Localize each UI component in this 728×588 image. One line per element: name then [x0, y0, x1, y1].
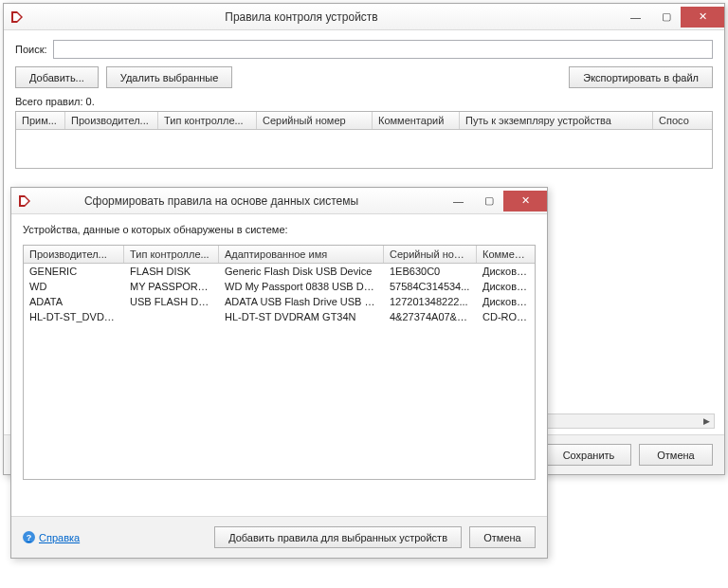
table-row[interactable]: ADATAUSB FLASH DRIVEADATA USB Flash Driv…	[24, 294, 535, 309]
table-cell: Дисковый на	[477, 264, 535, 279]
main-titlebar: Правила контроля устройств — ▢ ✕	[4, 4, 724, 30]
maximize-button[interactable]: ▢	[473, 191, 503, 211]
table-cell: 1EB630C0	[384, 264, 477, 279]
table-cell: WD My Passport 0838 USB Device	[219, 279, 384, 294]
help-label: Справка	[39, 532, 80, 543]
close-button[interactable]: ✕	[503, 191, 547, 211]
table-cell: Дисковый на	[477, 294, 535, 309]
table-cell: FLASH DISK	[124, 264, 219, 279]
cancel-button[interactable]: Отмена	[469, 526, 536, 548]
col-controller-type[interactable]: Тип контролле...	[124, 246, 219, 263]
col-comment[interactable]: Комментари	[477, 246, 535, 263]
search-label: Поиск:	[15, 44, 47, 55]
rules-table: Прим... Производител... Тип контролле...…	[15, 111, 713, 169]
main-body: Поиск: Добавить... Удалить выбранные Экс…	[4, 30, 724, 178]
export-to-file-button[interactable]: Экспортировать в файл	[569, 66, 713, 88]
main-window-controls: — ▢ ✕	[620, 7, 724, 28]
col-manufacturer[interactable]: Производител...	[65, 112, 158, 129]
sub-title: Сформировать правила на основе данных си…	[38, 194, 443, 208]
toolbar-row: Добавить... Удалить выбранные Экспортиро…	[15, 66, 713, 88]
minimize-button[interactable]: —	[443, 191, 473, 211]
table-cell: 4&27374A07&0...	[384, 309, 477, 324]
maximize-button[interactable]: ▢	[650, 7, 681, 28]
table-cell: ADATA USB Flash Drive USB De...	[219, 294, 384, 309]
sub-window-controls: — ▢ ✕	[443, 191, 547, 211]
col-comment[interactable]: Комментарий	[373, 112, 460, 129]
save-button[interactable]: Сохранить	[546, 444, 631, 466]
sub-titlebar: Сформировать правила на основе данных си…	[11, 188, 547, 214]
table-row[interactable]: GENERICFLASH DISKGeneric Flash Disk USB …	[24, 264, 535, 279]
col-applied[interactable]: Прим...	[16, 112, 65, 129]
table-cell: WD	[24, 279, 124, 294]
main-title: Правила контроля устройств	[30, 10, 620, 24]
add-button[interactable]: Добавить...	[15, 66, 99, 88]
app-icon	[17, 193, 32, 209]
table-cell: USB FLASH DRIVE	[124, 294, 219, 309]
add-rules-for-selected-button[interactable]: Добавить правила для выбранных устройств	[214, 526, 462, 548]
table-row[interactable]: HL-DT-ST_DVDR...HL-DT-ST DVDRAM GT34N4&2…	[24, 309, 535, 324]
devices-table: Производител... Тип контролле... Адаптир…	[23, 245, 536, 480]
search-input[interactable]	[53, 40, 713, 59]
sub-body: Устройства, данные о которых обнаружены …	[11, 214, 547, 489]
col-device-path[interactable]: Путь к экземпляру устройства	[460, 112, 653, 129]
devices-detected-label: Устройства, данные о которых обнаружены …	[23, 224, 536, 235]
col-method[interactable]: Спосо	[653, 112, 712, 129]
app-icon	[9, 9, 25, 25]
search-row: Поиск:	[15, 40, 713, 59]
rules-table-header: Прим... Производител... Тип контролле...…	[16, 112, 712, 130]
help-link[interactable]: ? Справка	[23, 531, 80, 543]
table-cell: CD-ROM дис	[477, 309, 535, 324]
rules-table-body[interactable]	[16, 130, 712, 168]
col-controller-type[interactable]: Тип контролле...	[158, 112, 257, 129]
devices-table-header: Производител... Тип контролле... Адаптир…	[24, 246, 535, 264]
generate-rules-window: Сформировать правила на основе данных си…	[10, 187, 548, 559]
table-cell: 57584C314534...	[384, 279, 477, 294]
close-button[interactable]: ✕	[681, 7, 724, 28]
table-cell: Дисковый на	[477, 279, 535, 294]
table-row[interactable]: WDMY PASSPORT ...WD My Passport 0838 USB…	[24, 279, 535, 294]
cancel-button[interactable]: Отмена	[639, 444, 713, 466]
table-cell: GENERIC	[24, 264, 124, 279]
total-rules-label: Всего правил: 0.	[15, 96, 713, 107]
col-serial[interactable]: Серийный номер	[384, 246, 477, 263]
minimize-button[interactable]: —	[620, 7, 650, 28]
scroll-right-icon[interactable]: ▶	[699, 414, 714, 428]
table-cell: Generic Flash Disk USB Device	[219, 264, 384, 279]
col-serial[interactable]: Серийный номер	[257, 112, 373, 129]
table-cell: 127201348222...	[384, 294, 477, 309]
sub-footer: ? Справка Добавить правила для выбранных…	[11, 516, 547, 558]
help-icon: ?	[23, 531, 35, 543]
table-cell	[124, 309, 219, 324]
delete-selected-button[interactable]: Удалить выбранные	[106, 66, 233, 88]
table-cell: MY PASSPORT ...	[124, 279, 219, 294]
col-manufacturer[interactable]: Производител...	[24, 246, 124, 263]
table-cell: HL-DT-ST_DVDR...	[24, 309, 124, 324]
table-cell: ADATA	[24, 294, 124, 309]
devices-table-body[interactable]: GENERICFLASH DISKGeneric Flash Disk USB …	[24, 264, 535, 324]
table-cell: HL-DT-ST DVDRAM GT34N	[219, 309, 384, 324]
col-adapted-name[interactable]: Адаптированное имя	[219, 246, 384, 263]
